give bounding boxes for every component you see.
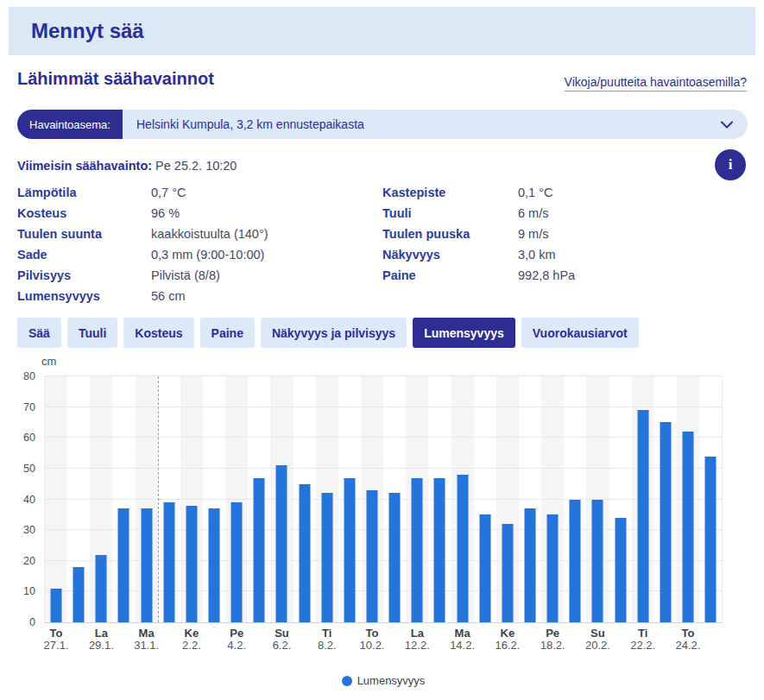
gridline	[45, 499, 722, 500]
chart-bar[interactable]	[299, 484, 310, 622]
observations-right-column: Kastepiste0,1 °CTuuli6 m/sTuulen puuska9…	[382, 182, 575, 286]
chart-column	[158, 376, 180, 622]
y-axis-tick-label: 40	[23, 495, 35, 505]
chart-column	[609, 376, 632, 622]
chart-bar[interactable]	[570, 500, 581, 623]
observation-label: Lumensyvyys	[17, 289, 151, 303]
observation-row: Tuulen puuska9 m/s	[382, 224, 575, 244]
chart-bar[interactable]	[96, 555, 107, 622]
observation-row: Kastepiste0,1 °C	[382, 182, 575, 203]
gridline	[45, 407, 722, 407]
chevron-down-icon	[720, 121, 734, 129]
info-button[interactable]: i	[715, 149, 746, 180]
latest-observation-label: Viimeisin säähavainto:	[17, 159, 152, 173]
gridline	[45, 437, 722, 438]
chart-column	[203, 376, 225, 622]
chart-bar[interactable]	[502, 524, 513, 622]
x-axis-tick-label: Ke2.2.	[182, 627, 201, 652]
x-axis-tick-label: To27.1.	[44, 627, 69, 652]
chart-bar[interactable]	[525, 508, 536, 622]
chart-column	[699, 376, 722, 622]
chart-bar[interactable]	[254, 478, 265, 622]
chart-bar[interactable]	[163, 502, 174, 622]
observations-left-column: Lämpötila0,7 °CKosteus96 %Tuulen suuntak…	[17, 182, 268, 306]
chart-bar[interactable]	[660, 422, 671, 622]
chart-column	[383, 376, 406, 622]
observation-value: 56 cm	[151, 289, 186, 303]
legend-item[interactable]: Lumensyvyys	[45, 674, 722, 687]
chart-bar[interactable]	[592, 500, 603, 623]
gridline	[45, 468, 722, 469]
observation-label: Kosteus	[17, 206, 151, 220]
tab-vuorokausiarvot[interactable]: Vuorokausiarvot	[521, 318, 639, 348]
chart-column: Ke2.2.	[180, 376, 203, 622]
chart-bar[interactable]	[367, 490, 378, 622]
chart-bar[interactable]	[615, 518, 626, 622]
observation-label: Kastepiste	[382, 186, 518, 199]
chart-column	[564, 376, 586, 622]
chart-bar[interactable]	[321, 493, 332, 622]
tab-lumensyvyys[interactable]: Lumensyvyys	[413, 318, 515, 348]
chart-bar[interactable]	[276, 465, 287, 622]
chart-bar[interactable]	[547, 514, 559, 622]
chart-bar[interactable]	[412, 478, 423, 622]
tab-paine[interactable]: Paine	[200, 318, 255, 348]
observation-label: Pilvisyys	[17, 268, 151, 282]
chart-column	[474, 376, 496, 622]
chart-bar[interactable]	[344, 478, 355, 622]
observation-row: Lämpötila0,7 °C	[17, 182, 268, 203]
observation-label: Sade	[17, 248, 151, 262]
chart-bar[interactable]	[479, 514, 490, 622]
chart-column: Ma14.2.	[451, 376, 474, 622]
observation-row: PilvisyysPilvistä (8/8)	[17, 265, 268, 286]
chart-bar[interactable]	[141, 508, 152, 622]
chart-column: La12.2.	[406, 376, 428, 622]
latest-observation-value: Pe 25.2. 10:20	[155, 159, 237, 173]
chart-bar[interactable]	[186, 506, 197, 622]
x-axis-tick-label: Su6.2.	[273, 627, 292, 652]
tab-s-[interactable]: Sää	[17, 318, 61, 348]
x-axis-tick-label: Ma31.1.	[134, 627, 159, 652]
station-select[interactable]: Havaintoasema: Helsinki Kumpula, 3,2 km …	[17, 110, 748, 139]
x-axis-tick-label: To10.2.	[360, 627, 385, 652]
y-axis-tick-label: 70	[23, 402, 35, 413]
chart-bar[interactable]	[683, 432, 694, 622]
x-axis-tick-label: Ti8.2.	[318, 627, 337, 652]
section-heading: Lähimmät säähavainnot	[17, 69, 214, 89]
station-select-label: Havaintoasema:	[17, 110, 123, 139]
station-issues-link[interactable]: Vikoja/puutteita havaintoasemilla?	[565, 75, 747, 91]
observation-value: Pilvistä (8/8)	[151, 268, 220, 282]
chart-bar[interactable]	[51, 589, 62, 622]
x-axis-tick-label: La12.2.	[405, 627, 430, 652]
observation-value: 6 m/s	[518, 206, 548, 220]
chart-bar[interactable]	[118, 508, 129, 622]
month-separator-line	[158, 376, 159, 622]
tab-n-kyvyys-ja-pilvisyys[interactable]: Näkyvyys ja pilvisyys	[261, 318, 407, 348]
latest-observation: Viimeisin säähavainto: Pe 25.2. 10:20	[17, 159, 237, 173]
chart-bar[interactable]	[73, 567, 85, 622]
legend-marker-icon	[342, 676, 352, 686]
x-axis-tick-label: To24.2.	[676, 627, 701, 652]
chart-bar[interactable]	[389, 493, 401, 622]
x-axis-tick-label: Pe4.2.	[227, 627, 246, 652]
chart-bar[interactable]	[457, 475, 468, 622]
chart-column: Pe18.2.	[541, 376, 564, 622]
tab-kosteus[interactable]: Kosteus	[123, 318, 193, 348]
chart-bar[interactable]	[231, 502, 243, 622]
observation-row: Näkyvyys3,0 km	[382, 244, 575, 265]
y-axis-tick-label: 80	[23, 371, 35, 382]
observation-label: Tuulen puuska	[382, 227, 518, 241]
chart-column	[112, 376, 135, 622]
observation-row: Tuuli6 m/s	[382, 203, 575, 224]
chart-bar[interactable]	[209, 508, 220, 622]
chart-bar[interactable]	[705, 457, 717, 622]
observation-value: kaakkoistuulta (140°)	[151, 227, 268, 241]
x-axis-tick-label: Pe18.2.	[540, 627, 565, 652]
x-axis-tick-label: Su20.2.	[585, 627, 610, 652]
chart-bar[interactable]	[637, 410, 648, 622]
page-header: Mennyt sää	[9, 7, 755, 55]
observation-value: 3,0 km	[518, 248, 556, 262]
chart-bar[interactable]	[434, 478, 445, 622]
tab-tuuli[interactable]: Tuuli	[67, 318, 117, 348]
observation-value: 96 %	[151, 206, 180, 220]
